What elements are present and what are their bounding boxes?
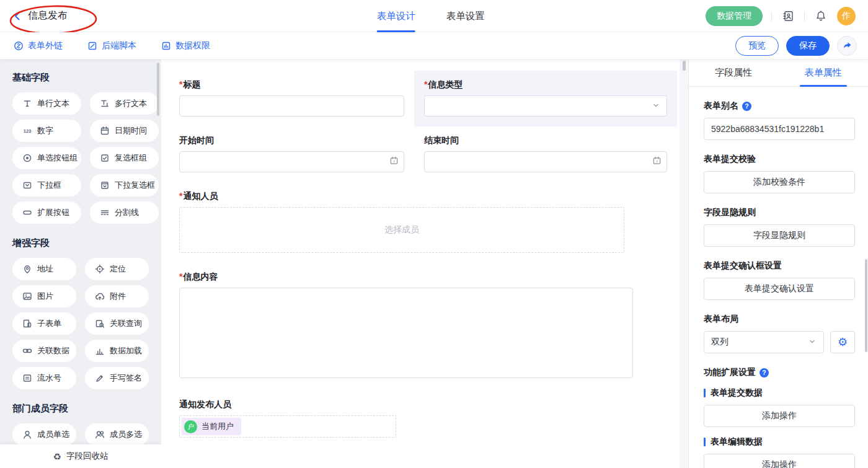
toolbar-link-link[interactable]: 表单外链 [14,40,63,51]
property-action-button[interactable]: 添加校验条件 [704,171,855,193]
title-input[interactable] [179,95,404,117]
user-tag-avatar: 户 [184,420,197,433]
form-alias-label: 表单别名 ? [704,100,855,112]
form-field-title[interactable]: *标题 [169,71,414,126]
top-header: 信息发布 表单设计 表单设置 数据管理 作 [0,0,868,32]
form-layout-select[interactable]: 双列 [704,331,824,353]
extension-action-button[interactable]: 添加操作 [704,405,855,427]
property-section-label: 表单提交校验 [704,154,855,165]
current-user-tag[interactable]: 户当前用户 [182,418,241,435]
single-text-icon [22,99,33,108]
member-picker-placeholder: 选择成员 [384,224,419,236]
sidebar-scrollbar[interactable] [157,63,159,116]
field-item-signature[interactable]: 手写签名 [85,367,149,389]
share-button[interactable] [837,36,857,56]
form-field-notify-members[interactable]: *通知人员选择成员 [169,182,677,263]
field-item-checkbox-group[interactable]: 复选框组 [90,147,159,169]
extension-section-label: 表单编辑数据 [704,436,855,448]
save-button[interactable]: 保存 [786,36,830,56]
member-single-icon [22,430,33,439]
notify-members-picker[interactable]: 选择成员 [179,207,624,253]
notification-bell-icon[interactable] [813,9,828,24]
tab-field-properties[interactable]: 字段属性 [689,60,779,86]
field-item-label: 扩展按钮 [37,207,69,218]
data-load-icon [94,346,105,356]
field-item-link-data[interactable]: 关联数据 [12,340,76,362]
toolbar-link-permission[interactable]: 数据权限 [161,40,210,51]
tab-form-properties[interactable]: 表单属性 [779,60,868,86]
form-canvas: *标题*信息类型开始时间7结束时间7*通知人员选择成员*信息内容通知发布人员户当… [161,60,688,468]
canvas-scrollbar[interactable] [683,61,686,71]
divider-icon [99,208,110,218]
member-multi-icon [94,430,105,439]
serial-icon [22,373,33,383]
tab-form-settings[interactable]: 表单设置 [446,0,485,32]
notify-publisher-picker[interactable]: 户当前用户 [179,415,396,438]
form-alias-input[interactable] [704,118,855,140]
extension-section-label: 表单提交数据 [704,387,855,399]
link-icon [14,41,24,51]
form-field-info-type[interactable]: *信息类型 [414,71,677,126]
extension-action-button[interactable]: 添加操作 [704,454,855,468]
properties-tabs: 字段属性 表单属性 [689,60,868,87]
form-field-start-time[interactable]: 开始时间7 [169,126,414,182]
contacts-book-icon[interactable] [781,9,795,24]
form-field-end-time[interactable]: 结束时间7 [414,126,677,182]
info-type-select[interactable] [424,95,667,117]
field-item-label: 数字 [37,125,53,136]
field-label: 通知发布人员 [179,398,667,410]
field-item-multi-select[interactable]: 下拉复选框 [90,174,159,196]
field-item-radio-group[interactable]: 单选按钮组 [12,147,81,169]
form-designer-app: 信息发布 表单设计 表单设置 数据管理 作 表单外链后端脚本数据权限 预览 [0,0,868,468]
field-item-number[interactable]: 123数字 [12,120,81,142]
palette-section-title: 增强字段 [12,237,149,249]
field-item-label: 定位 [110,263,126,275]
start-time-input[interactable] [179,151,404,172]
property-action-button[interactable]: 表单提交确认设置 [704,278,855,300]
layout-settings-button[interactable]: ⚙ [830,331,855,353]
back-button[interactable]: 信息发布 [10,7,74,25]
address-icon [22,264,33,274]
help-icon[interactable]: ? [760,368,769,377]
field-item-label: 数据加载 [110,345,142,356]
data-manage-button[interactable]: 数据管理 [706,6,763,26]
panel-scrollbar[interactable] [865,259,867,352]
header-actions: 数据管理 作 [706,6,856,26]
tab-form-design[interactable]: 表单设计 [377,0,415,32]
help-icon[interactable]: ? [742,102,751,111]
toolbar-link-script[interactable]: 后端脚本 [87,40,136,51]
field-item-datetime[interactable]: 日期时间 [90,120,159,142]
property-action-button[interactable]: 字段显隐规则 [704,224,855,247]
field-recycle-bin[interactable]: ♻ 字段回收站 [0,444,161,468]
field-item-label: 下拉框 [37,180,61,191]
field-item-member-single[interactable]: 成员单选 [12,423,76,446]
field-item-label: 图片 [37,291,53,302]
field-item-member-multi[interactable]: 成员多选 [85,423,149,446]
field-item-attachment[interactable]: 附件 [85,285,149,307]
field-item-data-load[interactable]: 数据加载 [85,340,149,362]
palette-section-title: 基础字段 [12,72,149,84]
field-item-select[interactable]: 下拉框 [12,174,81,196]
field-item-multi-text[interactable]: 多行文本 [90,92,159,115]
end-time-input[interactable] [424,151,667,172]
field-label: *信息内容 [179,270,667,283]
field-item-label: 日期时间 [115,125,147,136]
field-label: 开始时间 [179,134,404,146]
info-content-textarea[interactable] [179,288,633,378]
user-avatar[interactable]: 作 [837,7,856,25]
form-field-notify-publisher[interactable]: 通知发布人员户当前用户 [169,391,677,448]
field-item-position[interactable]: 定位 [85,258,149,280]
field-item-address[interactable]: 地址 [12,258,76,280]
field-item-link-query[interactable]: 关联查询 [85,312,149,335]
field-item-subform[interactable]: 子表单 [12,312,76,335]
preview-button[interactable]: 预览 [735,36,779,56]
field-item-ext-button[interactable]: 扩展按钮 [12,201,81,224]
link-data-icon [22,346,33,356]
field-item-label: 单行文本 [37,98,69,109]
field-item-label: 流水号 [37,373,61,384]
field-item-divider[interactable]: 分割线 [90,201,159,224]
field-item-serial[interactable]: 流水号 [12,367,76,389]
form-field-info-content[interactable]: *信息内容 [169,263,677,391]
field-item-image[interactable]: 图片 [12,285,76,307]
field-item-single-text[interactable]: 单行文本 [12,92,81,115]
